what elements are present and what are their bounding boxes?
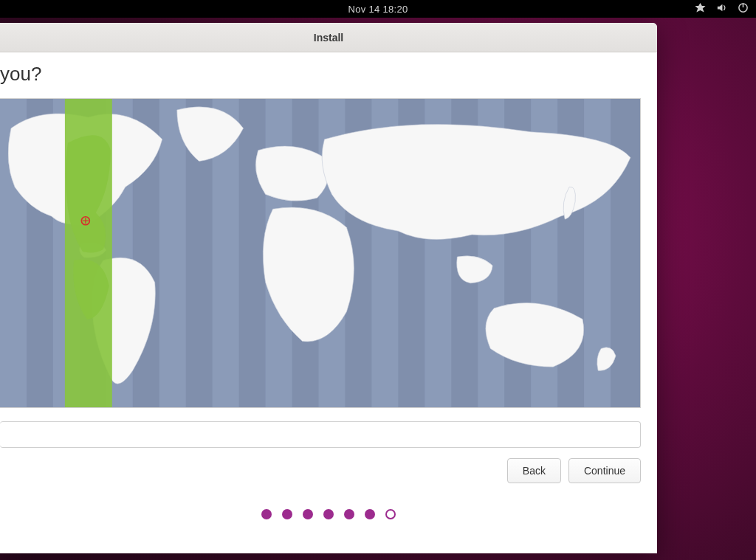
progress-dot	[303, 509, 313, 519]
power-icon[interactable]	[738, 2, 749, 15]
clock-label: Nov 14 18:20	[348, 4, 408, 15]
window-titlebar: Install	[0, 23, 657, 52]
timezone-map[interactable]	[0, 98, 641, 408]
progress-dot	[323, 509, 334, 519]
installer-content: you?	[0, 52, 657, 553]
volume-icon[interactable]	[716, 2, 727, 15]
location-input[interactable]	[0, 421, 641, 448]
continue-button[interactable]: Continue	[568, 458, 641, 483]
nav-button-row: Back Continue	[507, 458, 641, 483]
top-menubar: Nov 14 18:20	[0, 0, 756, 18]
progress-dots	[0, 509, 657, 519]
svg-rect-8	[159, 99, 186, 407]
installer-window: Install you?	[0, 23, 657, 553]
network-icon[interactable]	[695, 2, 706, 15]
back-button[interactable]: Back	[507, 458, 561, 483]
svg-rect-1	[743, 3, 744, 7]
progress-dot	[282, 509, 292, 519]
page-heading: you?	[0, 63, 41, 86]
svg-rect-25	[611, 99, 640, 407]
progress-dot	[385, 509, 396, 519]
selected-timezone-band	[65, 99, 112, 407]
location-pin-icon	[81, 217, 89, 225]
progress-dot	[261, 509, 272, 519]
svg-rect-11	[239, 99, 266, 407]
system-tray	[695, 0, 749, 18]
progress-dot	[365, 509, 375, 519]
progress-dot	[344, 509, 354, 519]
window-title: Install	[314, 32, 343, 44]
